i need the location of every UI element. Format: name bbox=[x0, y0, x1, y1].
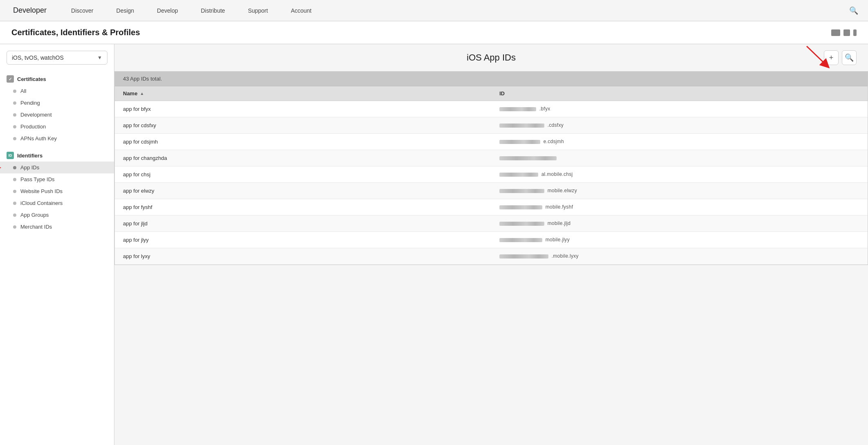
blurred-id bbox=[499, 156, 557, 160]
nav-support[interactable]: Support bbox=[237, 0, 280, 21]
search-icon: 🔍 bbox=[845, 53, 854, 62]
sidebar-item-pending[interactable]: Pending bbox=[0, 97, 114, 109]
app-id bbox=[491, 150, 868, 166]
table-header: Name ▲ ID bbox=[115, 86, 868, 101]
nav-account[interactable]: Account bbox=[280, 0, 323, 21]
app-id: mobile.elwzy bbox=[491, 183, 868, 199]
identifiers-icon: ID bbox=[7, 152, 14, 159]
blurred-id bbox=[499, 140, 540, 144]
header-icon-1[interactable] bbox=[831, 29, 840, 36]
sidebar-item-apns-label: APNs Auth Key bbox=[20, 135, 57, 142]
sidebar-item-pass-type-ids[interactable]: Pass Type IDs bbox=[0, 173, 114, 185]
brand: Developer bbox=[10, 6, 47, 15]
sort-arrow-icon: ▲ bbox=[140, 91, 144, 96]
app-id: mobile.fyshf bbox=[491, 199, 868, 215]
id-suffix: mobile.elwzy bbox=[548, 188, 577, 193]
sidebar-item-icloud-containers[interactable]: iCloud Containers bbox=[0, 197, 114, 209]
blurred-id bbox=[499, 124, 544, 128]
dot-icon bbox=[13, 125, 16, 128]
sidebar-item-icloud-label: iCloud Containers bbox=[20, 200, 63, 206]
app-name: app for jljd bbox=[115, 216, 491, 231]
dot-icon bbox=[13, 190, 16, 193]
table-row[interactable]: app for jljd mobile.jljd bbox=[115, 216, 868, 232]
blurred-id bbox=[499, 107, 536, 111]
app-id: al.mobile.chsj bbox=[491, 166, 868, 182]
app-id: mobile.jlyy bbox=[491, 232, 868, 248]
header-icon-2[interactable] bbox=[843, 29, 850, 36]
identifiers-header: ID Identifiers bbox=[0, 149, 114, 162]
main-container: iOS, tvOS, watchOS ▼ ✓ Certificates All … bbox=[0, 44, 868, 445]
platform-dropdown-label: iOS, tvOS, watchOS bbox=[12, 54, 64, 61]
app-name: app for changzhda bbox=[115, 150, 491, 166]
chevron-down-icon: ▼ bbox=[97, 55, 102, 61]
app-id: .cdsfxy bbox=[491, 117, 868, 133]
sidebar-item-merchant-ids[interactable]: Merchant IDs bbox=[0, 221, 114, 233]
dot-icon bbox=[13, 178, 16, 181]
page-header-title: Certificates, Identifiers & Profiles bbox=[11, 28, 140, 37]
table-summary: 43 App IDs total. bbox=[115, 72, 868, 86]
dot-icon bbox=[13, 101, 16, 105]
sidebar-section-identifiers: ID Identifiers App IDs bbox=[0, 149, 114, 233]
sidebar-item-all[interactable]: All bbox=[0, 85, 114, 97]
sidebar-item-production-label: Production bbox=[20, 124, 46, 130]
content-title: iOS App IDs bbox=[467, 52, 516, 63]
search-icon[interactable]: 🔍 bbox=[849, 6, 858, 15]
sidebar-item-production[interactable]: Production bbox=[0, 121, 114, 133]
brand-label: Developer bbox=[13, 6, 47, 15]
dot-icon bbox=[13, 113, 16, 117]
nav-design[interactable]: Design bbox=[105, 0, 146, 21]
header-icon-3[interactable] bbox=[853, 29, 857, 36]
app-name: app for elwzy bbox=[115, 183, 491, 199]
table-row[interactable]: app for cdsjmh e.cdsjmh bbox=[115, 134, 868, 150]
add-button[interactable]: + bbox=[824, 50, 839, 65]
blurred-id bbox=[499, 238, 542, 242]
table-row[interactable]: app for elwzy mobile.elwzy bbox=[115, 183, 868, 199]
table-row[interactable]: app for jlyy mobile.jlyy bbox=[115, 232, 868, 248]
blurred-id bbox=[499, 222, 544, 226]
dot-icon bbox=[13, 202, 16, 205]
sidebar-item-merchant-label: Merchant IDs bbox=[20, 224, 52, 230]
app-id: .bfyx bbox=[491, 101, 868, 117]
platform-dropdown[interactable]: iOS, tvOS, watchOS ▼ bbox=[7, 51, 107, 65]
app-ids-table: 43 App IDs total. Name ▲ ID app for bfyx… bbox=[114, 71, 868, 265]
id-suffix: mobile.fyshf bbox=[546, 204, 573, 210]
app-name: app for jlyy bbox=[115, 232, 491, 248]
table-row[interactable]: app for chsj al.mobile.chsj bbox=[115, 166, 868, 183]
sidebar-item-app-groups[interactable]: App Groups bbox=[0, 209, 114, 221]
sidebar-item-pass-type-label: Pass Type IDs bbox=[20, 176, 55, 182]
name-column-header[interactable]: Name ▲ bbox=[115, 86, 491, 101]
table-row[interactable]: app for lyxy .mobile.lyxy bbox=[115, 248, 868, 265]
page-header-icons bbox=[831, 29, 857, 36]
dot-icon bbox=[13, 166, 16, 169]
dot-icon bbox=[13, 214, 16, 217]
nav-discover[interactable]: Discover bbox=[60, 0, 105, 21]
sidebar-item-website-push-ids[interactable]: Website Push IDs bbox=[0, 185, 114, 197]
table-row[interactable]: app for cdsfxy .cdsfxy bbox=[115, 117, 868, 134]
certificates-header: ✓ Certificates bbox=[0, 73, 114, 85]
sidebar-item-appids-label: App IDs bbox=[20, 164, 39, 171]
blurred-id bbox=[499, 254, 548, 258]
content-header-actions: + 🔍 bbox=[824, 50, 857, 65]
id-suffix: mobile.jlyy bbox=[546, 237, 570, 243]
table-row[interactable]: app for fyshf mobile.fyshf bbox=[115, 199, 868, 216]
sidebar-item-development[interactable]: Development bbox=[0, 109, 114, 121]
sidebar-item-development-label: Development bbox=[20, 112, 52, 118]
nav-distribute[interactable]: Distribute bbox=[189, 0, 236, 21]
id-suffix: .cdsfxy bbox=[548, 122, 564, 128]
id-suffix: e.cdsjmh bbox=[544, 139, 564, 144]
id-column-header[interactable]: ID bbox=[491, 86, 868, 101]
sidebar-item-appids[interactable]: App IDs bbox=[0, 162, 114, 173]
sidebar-section-certificates: ✓ Certificates All Pending Development P… bbox=[0, 73, 114, 144]
nav-develop[interactable]: Develop bbox=[145, 0, 189, 21]
blurred-id bbox=[499, 173, 538, 177]
app-name: app for fyshf bbox=[115, 199, 491, 215]
sidebar-item-apns-auth-key[interactable]: APNs Auth Key bbox=[0, 133, 114, 144]
table-row[interactable]: app for changzhda bbox=[115, 150, 868, 166]
app-id: e.cdsjmh bbox=[491, 134, 868, 150]
page-header: Certificates, Identifiers & Profiles bbox=[0, 21, 868, 44]
sidebar-item-all-label: All bbox=[20, 88, 26, 94]
id-suffix: al.mobile.chsj bbox=[541, 171, 573, 177]
table-row[interactable]: app for bfyx .bfyx bbox=[115, 101, 868, 117]
dot-icon bbox=[13, 137, 16, 140]
search-button[interactable]: 🔍 bbox=[842, 50, 857, 65]
